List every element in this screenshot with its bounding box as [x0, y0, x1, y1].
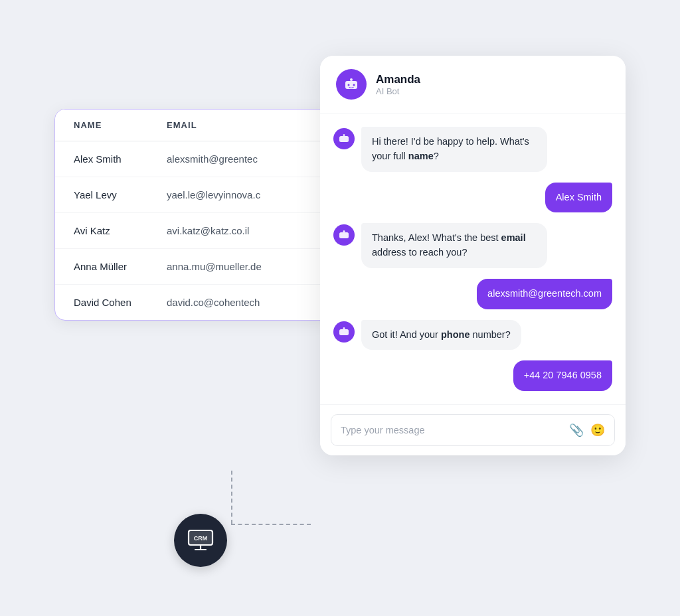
emoji-icon[interactable]: 🙂	[590, 423, 605, 437]
chat-card: Amanda AI Bot Hi there! I'd be happy to …	[320, 56, 626, 455]
user-bubble-1: Alex Smith	[545, 183, 612, 213]
chat-input-area: Type your message 📎 🙂	[320, 404, 626, 455]
msg-avatar-bot	[333, 321, 355, 343]
svg-rect-13	[339, 329, 349, 335]
svg-point-6	[350, 78, 353, 81]
bot-avatar	[336, 69, 367, 100]
svg-text:CRM: CRM	[194, 535, 208, 542]
connector-vertical	[231, 471, 232, 524]
message-row-user: alexsmith@greentech.com	[333, 279, 612, 309]
cell-name: Alex Smith	[74, 153, 167, 165]
cell-email: anna.mu@mueller.de	[167, 261, 262, 272]
bot-role: AI Bot	[376, 86, 420, 96]
table-row: David Cohen david.co@cohentech	[55, 285, 333, 320]
svg-point-10	[343, 134, 345, 136]
col-email-header: EMAIL	[167, 120, 197, 130]
svg-point-14	[343, 327, 345, 329]
table-row: Anna Müller anna.mu@mueller.de	[55, 249, 333, 285]
user-bubble-3: +44 20 7946 0958	[513, 360, 612, 391]
table-row: Avi Katz avi.katz@katz.co.il	[55, 213, 333, 249]
crm-table-card: NAME EMAIL Alex Smith alexsmith@greentec…	[54, 109, 333, 321]
cell-email: avi.katz@katz.co.il	[167, 225, 249, 236]
svg-point-12	[343, 230, 345, 232]
connector-horizontal	[231, 524, 311, 525]
bot-bubble-1: Hi there! I'd be happy to help. What's y…	[361, 127, 547, 172]
cell-name: Avi Katz	[74, 225, 167, 236]
crm-icon: CRM	[174, 514, 227, 567]
cell-name: Yael Levy	[74, 189, 167, 200]
user-bubble-2: alexsmith@greentech.com	[477, 279, 612, 309]
message-row-bot: Hi there! I'd be happy to help. What's y…	[333, 127, 612, 172]
svg-point-8	[353, 84, 355, 86]
bot-bubble-3: Got it! And your phone number?	[361, 320, 521, 350]
message-row-user: +44 20 7946 0958	[333, 360, 612, 391]
col-name-header: NAME	[74, 120, 167, 130]
svg-point-7	[348, 84, 350, 86]
msg-avatar-bot	[333, 224, 355, 246]
table-header: NAME EMAIL	[55, 110, 333, 141]
bot-bubble-2: Thanks, Alex! What's the best email addr…	[361, 223, 547, 268]
chat-header-info: Amanda AI Bot	[376, 73, 420, 96]
chat-messages: Hi there! I'd be happy to help. What's y…	[320, 114, 626, 404]
chat-input-placeholder: Type your message	[341, 425, 425, 435]
chat-header: Amanda AI Bot	[320, 56, 626, 114]
message-row-user: Alex Smith	[333, 183, 612, 213]
svg-rect-9	[339, 136, 349, 142]
cell-name: Anna Müller	[74, 261, 167, 272]
message-row-bot: Thanks, Alex! What's the best email addr…	[333, 223, 612, 268]
msg-avatar-bot	[333, 128, 355, 149]
cell-email: alexsmith@greentec	[167, 153, 258, 165]
table-row: Yael Levy yael.le@levyinnova.c	[55, 177, 333, 213]
cell-name: David Cohen	[74, 297, 167, 308]
cell-email: david.co@cohentech	[167, 297, 260, 308]
chat-input-box[interactable]: Type your message 📎 🙂	[331, 414, 615, 446]
bot-name: Amanda	[376, 73, 420, 86]
svg-rect-11	[339, 232, 349, 238]
message-row-bot: Got it! And your phone number?	[333, 320, 612, 350]
cell-email: yael.le@levyinnova.c	[167, 189, 260, 200]
attachment-icon[interactable]: 📎	[569, 423, 584, 437]
input-icons: 📎 🙂	[569, 423, 605, 437]
table-row: Alex Smith alexsmith@greentec	[55, 141, 333, 177]
